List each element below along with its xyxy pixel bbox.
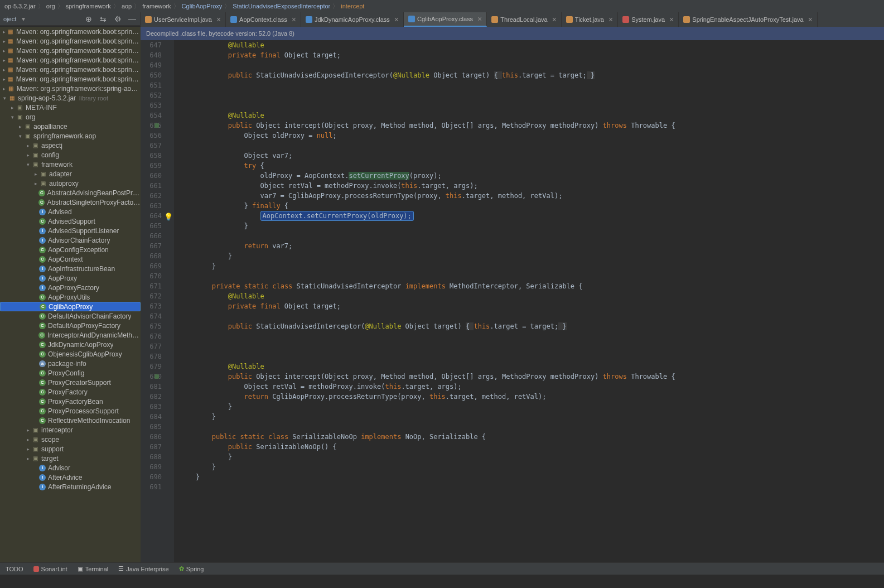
tab-ticket[interactable]: Ticket.java×	[562, 12, 618, 27]
tree-item[interactable]: ▸▣interceptor	[0, 425, 141, 435]
tree-item[interactable]: ▸▣aopalliance	[0, 122, 141, 131]
terminal-tool[interactable]: ▣Terminal	[78, 565, 109, 572]
tree-item[interactable]: CProxyFactoryBean	[0, 397, 141, 406]
tree-item[interactable]: IAopProxyFactory	[0, 283, 141, 292]
tree-item[interactable]: apackage-info	[0, 359, 141, 368]
close-icon[interactable]: ×	[608, 15, 613, 24]
close-icon[interactable]: ×	[216, 15, 221, 24]
status-bar: TODO SonarLint ▣Terminal ☰Java Enterpris…	[0, 562, 884, 575]
tree-item[interactable]: ▸▦Maven: org.springframework.boot:spring…	[0, 74, 141, 84]
tree-item[interactable]: CProxyCreatorSupport	[0, 378, 141, 387]
editor-tabs: UserServiceImpl.java× AopContext.class× …	[141, 12, 884, 27]
breadcrumb: op-5.3.2.jar〉 org〉 springframework〉 aop〉…	[0, 0, 884, 12]
tree-item[interactable]: IAopInfrastructureBean	[0, 264, 141, 273]
tree-item[interactable]: CAbstractSingletonProxyFactoryBe	[0, 197, 141, 207]
target-icon[interactable]: ⊕	[84, 15, 93, 23]
gear-icon[interactable]: ⚙	[113, 15, 122, 23]
tree-item[interactable]: ▾▣springframework.aop	[0, 131, 141, 141]
tree-item[interactable]: ▸▣target	[0, 454, 141, 463]
tree-item[interactable]: ▸▦Maven: org.springframework.boot:spring…	[0, 65, 141, 74]
project-label[interactable]: oject	[3, 16, 16, 22]
tree-item[interactable]: ▾▣org	[0, 112, 141, 122]
code-text[interactable]: @Nullable private final Object target; p…	[174, 40, 884, 562]
tree-item[interactable]: ▸▣autoproxy	[0, 179, 141, 188]
tree-item[interactable]: CJdkDynamicAopProxy	[0, 340, 141, 349]
tree-item[interactable]: CAdvisedSupport	[0, 216, 141, 226]
tree-item[interactable]: ▾▦spring-aop-5.3.2.jarlibrary root	[0, 93, 141, 103]
collapse-icon[interactable]: ⇆	[99, 15, 108, 23]
tree-item[interactable]: CReflectiveMethodInvocation	[0, 416, 141, 425]
tree-item[interactable]: ▸▣config	[0, 150, 141, 160]
tree-item[interactable]: CCglibAopProxy	[0, 302, 141, 311]
tree-item[interactable]: IAdvised	[0, 207, 141, 216]
tree-item[interactable]: ▸▣aspectj	[0, 141, 141, 150]
tree-item[interactable]: IAfterReturningAdvice	[0, 482, 141, 491]
javaee-tool[interactable]: ☰Java Enterprise	[118, 565, 168, 572]
tab-system[interactable]: System.java×	[618, 12, 679, 27]
tree-item[interactable]: ▸▣scope	[0, 435, 141, 444]
tree-item[interactable]: ▸▦Maven: org.springframework.boot:spring…	[0, 46, 141, 55]
decompiled-banner: Decompiled .class file, bytecode version…	[141, 27, 884, 40]
tab-springtest[interactable]: SpringEnableAspectJAutoProxyTest.java×	[679, 12, 818, 27]
tree-item[interactable]: ▸▣adapter	[0, 169, 141, 179]
tree-item[interactable]: ▸▦Maven: org.springframework.boot:spring…	[0, 55, 141, 65]
tree-item[interactable]: CAopContext	[0, 254, 141, 264]
tree-item[interactable]: ▸▣META-INF	[0, 103, 141, 112]
close-icon[interactable]: ×	[477, 15, 482, 23]
tree-item[interactable]: ▸▣support	[0, 444, 141, 454]
tree-item[interactable]: CProxyConfig	[0, 368, 141, 378]
hide-icon[interactable]: —	[128, 15, 137, 23]
spring-tool[interactable]: ✿Spring	[179, 565, 204, 572]
tree-item[interactable]: CDefaultAopProxyFactory	[0, 321, 141, 330]
code-area[interactable]: 💡 @Nullable private final Object target;…	[141, 40, 884, 562]
close-icon[interactable]: ×	[394, 15, 399, 24]
close-icon[interactable]: ×	[552, 15, 557, 24]
close-icon[interactable]: ×	[292, 15, 296, 24]
tree-item[interactable]: CDefaultAdvisorChainFactory	[0, 311, 141, 321]
main-area: ▸▦Maven: org.springframework.boot:spring…	[0, 27, 884, 562]
tab-threadlocal[interactable]: ThreadLocal.java×	[487, 12, 562, 27]
tab-jdkdynamic[interactable]: JdkDynamicAopProxy.class×	[301, 12, 404, 27]
tree-item[interactable]: CObjenesisCglibAopProxy	[0, 349, 141, 359]
todo-tool[interactable]: TODO	[6, 566, 23, 572]
tree-item[interactable]: CProxyProcessorSupport	[0, 406, 141, 416]
project-tree[interactable]: ▸▦Maven: org.springframework.boot:spring…	[0, 27, 141, 562]
tree-item[interactable]: IAdvisedSupportListener	[0, 226, 141, 235]
tree-item[interactable]: IAdvisor	[0, 463, 141, 473]
tree-item[interactable]: IAfterAdvice	[0, 473, 141, 482]
close-icon[interactable]: ×	[669, 15, 674, 24]
tree-item[interactable]: ▾▣framework	[0, 160, 141, 169]
tree-item[interactable]: IAopProxy	[0, 273, 141, 283]
tree-item[interactable]: ▸▦Maven: org.springframework.boot:spring…	[0, 27, 141, 36]
tree-item[interactable]: IAdvisorChainFactory	[0, 235, 141, 245]
close-icon[interactable]: ×	[808, 15, 813, 24]
sonar-tool[interactable]: SonarLint	[33, 566, 67, 572]
tree-item[interactable]: CInterceptorAndDynamicMethodM	[0, 330, 141, 340]
sidebar-toolbar: oject ▾ ⊕ ⇆ ⚙ —	[0, 12, 141, 26]
tab-aopcontext[interactable]: AopContext.class×	[226, 12, 301, 27]
tree-item[interactable]: CAopProxyUtils	[0, 292, 141, 302]
editor: Decompiled .class file, bytecode version…	[141, 27, 884, 562]
tree-item[interactable]: ▸▦Maven: org.springframework.boot:spring…	[0, 36, 141, 46]
tree-item[interactable]: CAbstractAdvisingBeanPostProces	[0, 188, 141, 197]
tab-userserviceimpl[interactable]: UserServiceImpl.java×	[141, 12, 226, 27]
gutter[interactable]: 💡	[141, 40, 174, 562]
tree-item[interactable]: ▸▦Maven: org.springframework:spring-aop:…	[0, 84, 141, 93]
tab-cglibaopproxy[interactable]: CglibAopProxy.class×	[404, 12, 487, 27]
tree-item[interactable]: CAopConfigException	[0, 245, 141, 254]
tree-item[interactable]: CProxyFactory	[0, 387, 141, 397]
